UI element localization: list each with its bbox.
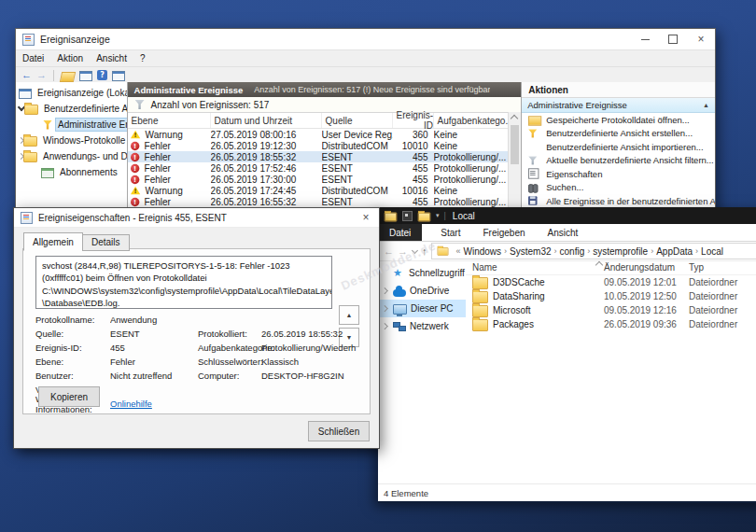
event-source: DistributedCOM bbox=[322, 141, 393, 151]
scrollbar-thumb[interactable] bbox=[511, 125, 519, 164]
menu-item[interactable]: Aktion bbox=[50, 53, 90, 63]
nav-item-onedrive[interactable]: OneDrive bbox=[378, 282, 466, 300]
view-name: Administrative Ereignisse bbox=[134, 85, 244, 95]
event-row[interactable]: Fehler 26.05.2019 17:30:00 ESENT 455 Pro… bbox=[128, 174, 510, 185]
tree-item-icon bbox=[23, 152, 37, 162]
explorer-title: Local bbox=[453, 211, 475, 221]
close-button[interactable]: × bbox=[687, 29, 715, 49]
close-dialog-button[interactable]: Schließen bbox=[308, 421, 370, 441]
field-row: Ereignis-ID: 455 Aufgabenkategorie: Prot… bbox=[35, 341, 362, 355]
action-item[interactable]: Suchen... bbox=[522, 181, 715, 195]
action-item[interactable]: Aktuelle benutzerdefinierte Ansicht filt… bbox=[522, 154, 715, 168]
ribbon-tab[interactable]: Start bbox=[429, 224, 471, 241]
event-viewer-titlebar[interactable]: Ereignisanzeige × bbox=[16, 29, 715, 50]
dialog-close-button[interactable]: × bbox=[353, 208, 379, 227]
menu-item[interactable]: Datei bbox=[16, 53, 50, 63]
ribbon-tab[interactable]: Ansicht bbox=[537, 224, 590, 241]
tree-item[interactable]: Benutzerdefinierte Ansichten bbox=[16, 101, 127, 117]
quick-access-properties-icon[interactable] bbox=[402, 211, 413, 221]
event-id: 455 bbox=[393, 163, 434, 174]
field-label: Ebene: bbox=[35, 357, 110, 367]
forward-arrow-icon[interactable]: → bbox=[36, 70, 47, 80]
nav-item-network[interactable]: Netzwerk bbox=[378, 317, 466, 335]
breadcrumb-segment[interactable]: Local bbox=[701, 246, 723, 257]
scroll-up-icon[interactable] bbox=[511, 115, 518, 122]
file-row[interactable]: D3DSCache 09.05.2019 12:01 Dateiordner bbox=[466, 275, 756, 289]
actions-section-label: Administrative Ereignisse bbox=[527, 100, 703, 110]
ribbon-tab[interactable]: Freigeben bbox=[471, 224, 536, 241]
tree-expander-icon[interactable] bbox=[30, 164, 41, 180]
menu-item[interactable]: Ansicht bbox=[90, 53, 133, 63]
action-item-label: Benutzerdefinierte Ansicht erstellen... bbox=[546, 128, 693, 138]
file-row[interactable]: DataSharing 10.05.2019 12:50 Dateiordner bbox=[466, 289, 756, 303]
ribbon-tab[interactable]: Datei bbox=[378, 224, 422, 241]
export-log-icon[interactable] bbox=[60, 72, 76, 82]
event-row[interactable]: Fehler 26.05.2019 19:12:30 DistributedCO… bbox=[128, 140, 510, 151]
help-icon[interactable] bbox=[97, 70, 107, 80]
column-header-datetime[interactable]: Datum und Uhrzeit bbox=[211, 113, 322, 128]
breadcrumb-segment[interactable]: systemprofile bbox=[593, 246, 648, 257]
back-arrow-icon[interactable]: ← bbox=[384, 246, 394, 257]
event-row[interactable]: Fehler 26.05.2019 18:55:32 ESENT 455 Pro… bbox=[128, 151, 510, 162]
event-category: Keine bbox=[434, 186, 510, 196]
tab-allgemein[interactable]: Allgemein bbox=[23, 232, 83, 251]
breadcrumb-segment[interactable]: AppData bbox=[656, 246, 693, 257]
expander-icon[interactable] bbox=[381, 287, 389, 295]
expander-icon[interactable] bbox=[381, 304, 389, 313]
file-date: 09.05.2019 12:16 bbox=[604, 305, 689, 315]
tree-item[interactable]: Anwendungs- und Dienstpro bbox=[16, 148, 127, 164]
column-header-type[interactable]: Typ bbox=[689, 262, 756, 273]
quick-access-new-folder-icon[interactable] bbox=[418, 212, 431, 221]
event-row[interactable]: Warnung 27.05.2019 08:00:16 User Device … bbox=[128, 129, 510, 140]
expander-icon[interactable] bbox=[381, 322, 389, 330]
menu-item[interactable]: ? bbox=[133, 53, 152, 63]
event-description[interactable]: svchost (2844,R,98) TILEREPOSITORYS-1-5-… bbox=[35, 256, 332, 309]
tree-item[interactable]: Ereignisanzeige (Lokal) bbox=[16, 85, 127, 101]
dialog-titlebar[interactable]: Ereigniseigenschaften - Ereignis 455, ES… bbox=[14, 208, 379, 228]
column-header-source[interactable]: Quelle bbox=[322, 113, 393, 128]
explorer-titlebar[interactable]: ▾ | Local bbox=[378, 207, 756, 224]
console-window-icon[interactable] bbox=[79, 71, 92, 81]
breadcrumb[interactable]: «Windows›System32›config›systemprofile›A… bbox=[431, 243, 756, 259]
action-item[interactable]: Benutzerdefinierte Ansicht importieren..… bbox=[522, 140, 715, 154]
tree-item[interactable]: Windows-Protokolle bbox=[16, 133, 127, 148]
column-header-category[interactable]: Aufgabenkatego. bbox=[434, 113, 510, 128]
back-arrow-icon[interactable]: ← bbox=[21, 70, 32, 80]
copy-button[interactable]: Kopieren bbox=[38, 386, 100, 407]
event-level: Fehler bbox=[145, 152, 171, 162]
action-item[interactable]: Eigenschaften bbox=[522, 167, 715, 181]
breadcrumb-segment[interactable]: Windows bbox=[464, 246, 502, 257]
event-id: 360 bbox=[393, 130, 434, 140]
event-row[interactable]: Fehler 26.05.2019 17:52:46 ESENT 455 Pro… bbox=[128, 162, 510, 174]
action-item[interactable]: Gespeicherte Protokolldatei öffnen... bbox=[522, 113, 715, 127]
collapse-icon[interactable]: ▲ bbox=[703, 102, 709, 108]
breadcrumb-segment[interactable]: config bbox=[560, 246, 585, 257]
actions-section-header[interactable]: Administrative Ereignisse ▲ bbox=[522, 98, 715, 113]
event-level-icon bbox=[131, 141, 139, 149]
tree-item-icon bbox=[41, 168, 54, 178]
folder-icon bbox=[472, 277, 488, 289]
column-header-id[interactable]: Ereignis-ID bbox=[393, 113, 434, 128]
quick-access-customize-icon[interactable]: ▾ bbox=[436, 212, 440, 219]
action-item[interactable]: Benutzerdefinierte Ansicht erstellen... bbox=[522, 127, 715, 141]
tree-item[interactable]: Abonnements bbox=[16, 164, 127, 180]
tab-details[interactable]: Details bbox=[82, 234, 130, 251]
file-type: Dateiordner bbox=[689, 305, 756, 315]
tree-item[interactable]: Administrative Ereignisse bbox=[16, 117, 127, 133]
event-category: Protokollierung/... bbox=[434, 152, 510, 162]
column-header-date[interactable]: Änderungsdatum bbox=[604, 262, 689, 273]
show-console-tree-icon[interactable] bbox=[112, 71, 125, 81]
nav-item-this-pc[interactable]: Dieser PC bbox=[378, 300, 466, 317]
breadcrumb-separator: › bbox=[648, 246, 656, 256]
breadcrumb-segment[interactable]: System32 bbox=[510, 246, 551, 257]
maximize-button[interactable] bbox=[659, 29, 687, 49]
minimize-button[interactable] bbox=[631, 29, 659, 49]
file-row[interactable]: Microsoft 09.05.2019 12:16 Dateiordner bbox=[466, 303, 756, 317]
event-row[interactable]: Fehler 26.05.2019 16:55:32 ESENT 455 Pro… bbox=[128, 196, 510, 207]
event-row[interactable]: Warnung 26.05.2019 17:24:45 DistributedC… bbox=[128, 185, 510, 196]
column-header-name[interactable]: Name bbox=[466, 262, 604, 273]
column-header-level[interactable]: Ebene bbox=[128, 113, 211, 128]
file-row[interactable]: Packages 26.05.2019 09:36 Dateiordner bbox=[466, 317, 756, 331]
action-item[interactable]: Alle Ereignisse in der benutzerdefiniert… bbox=[522, 194, 715, 208]
nav-label: OneDrive bbox=[410, 286, 449, 296]
